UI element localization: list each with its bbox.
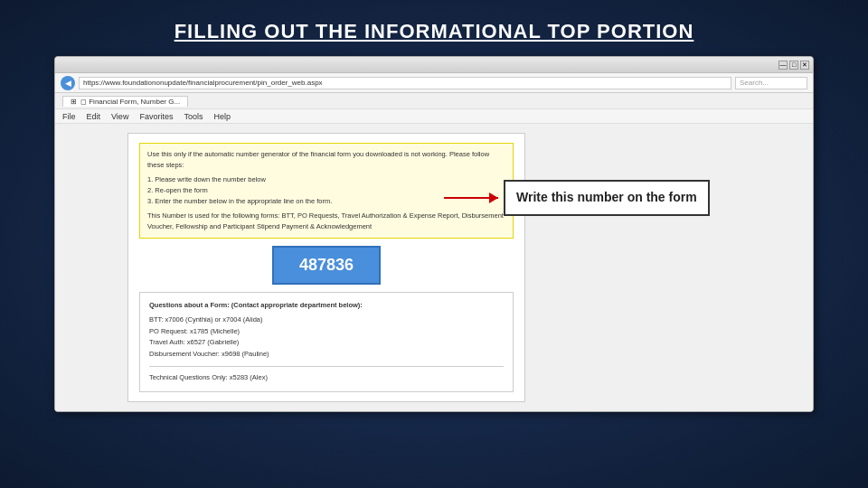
menu-file[interactable]: File xyxy=(62,112,76,121)
slide-title: FILLING OUT THE INFORMATIONAL TOP PORTIO… xyxy=(175,20,694,43)
back-button[interactable]: ◀ xyxy=(61,76,75,90)
address-field[interactable]: https://www.foundationonupdate/financial… xyxy=(79,77,731,89)
callout-arrow xyxy=(444,197,498,199)
tab-bar: ⊞ ◻ Financial Form, Number G... xyxy=(55,93,813,109)
search-field[interactable]: Search... xyxy=(735,77,807,89)
active-tab[interactable]: ⊞ ◻ Financial Form, Number G... xyxy=(62,96,188,107)
contacts-box: Questions about a Form: (Contact appropr… xyxy=(139,292,514,392)
page-content: Use this only if the automatic number ge… xyxy=(55,124,813,411)
maximize-button[interactable]: □ xyxy=(789,61,798,70)
address-bar: ◀ https://www.foundationonupdate/financi… xyxy=(55,73,813,93)
browser-window: — □ ✕ ◀ https://www.foundationonupdate/f… xyxy=(54,56,814,412)
instructions-text: Use this only if the automatic number ge… xyxy=(147,149,505,171)
contact-technical: Technical Questions Only: x5283 (Alex) xyxy=(149,372,504,384)
callout-wrapper: Write this number on the form xyxy=(444,180,733,216)
menu-bar: File Edit View Favorites Tools Help xyxy=(55,109,813,124)
callout-box: Write this number on the form xyxy=(504,180,710,216)
minimize-button[interactable]: — xyxy=(778,61,788,70)
menu-tools[interactable]: Tools xyxy=(184,112,203,121)
menu-favorites[interactable]: Favorites xyxy=(139,112,173,121)
browser-titlebar: — □ ✕ xyxy=(55,57,813,73)
tab-label: ◻ Financial Form, Number G... xyxy=(80,98,180,106)
contacts-heading: Questions about a Form: (Contact appropr… xyxy=(149,300,504,312)
contact-disbursement: Disbursement Voucher: x9698 (Pauline) xyxy=(149,349,504,361)
main-content-box: Use this only if the automatic number ge… xyxy=(127,133,525,402)
menu-help[interactable]: Help xyxy=(213,112,231,121)
close-button[interactable]: ✕ xyxy=(800,61,809,70)
tab-favicon: ⊞ xyxy=(71,98,77,106)
contact-po: PO Request: x1785 (Michelle) xyxy=(149,326,504,338)
contact-btt: BTT: x7006 (Cynthia) or x7004 (Alida) xyxy=(149,314,504,326)
menu-view[interactable]: View xyxy=(111,112,128,121)
form-number-display: 487836 xyxy=(272,246,381,285)
contact-travel: Travel Auth: x6527 (Gabrielle) xyxy=(149,337,504,349)
menu-edit[interactable]: Edit xyxy=(87,112,101,121)
